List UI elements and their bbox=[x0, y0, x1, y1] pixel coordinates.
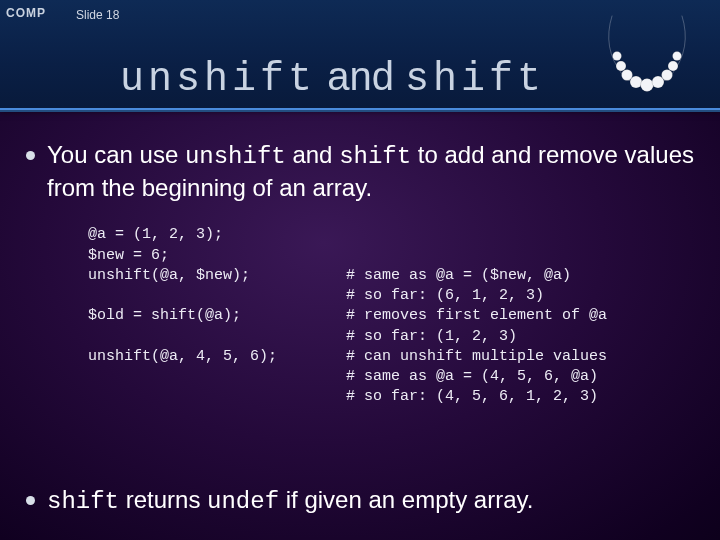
code-column-right: # same as @a = ($new, @a) # so far: (6, … bbox=[346, 225, 694, 407]
bullet1-t0: You can use bbox=[47, 141, 185, 168]
code-column-left: @a = (1, 2, 3); $new = 6; unshift(@a, $n… bbox=[88, 225, 318, 407]
slide: COMP Slide 18 unshift and shift bbox=[0, 0, 720, 540]
logo: COMP bbox=[6, 6, 46, 20]
code-block: @a = (1, 2, 3); $new = 6; unshift(@a, $n… bbox=[88, 225, 694, 407]
svg-point-6 bbox=[668, 61, 678, 71]
title-code-unshift: unshift bbox=[120, 57, 316, 102]
bullet-item: shift returns undef if given an empty ar… bbox=[26, 485, 694, 518]
bullet-text: shift returns undef if given an empty ar… bbox=[47, 485, 533, 518]
bullet2-code-undef: undef bbox=[207, 488, 279, 515]
svg-point-7 bbox=[673, 52, 682, 61]
bullet-item: You can use unshift and shift to add and… bbox=[26, 140, 694, 203]
slide-number: Slide 18 bbox=[76, 8, 119, 22]
bullet2-t1: returns bbox=[119, 486, 207, 513]
slide-body: You can use unshift and shift to add and… bbox=[26, 140, 694, 438]
bullet-icon bbox=[26, 151, 35, 160]
bullet2-t2: if given an empty array. bbox=[279, 486, 533, 513]
svg-point-3 bbox=[641, 79, 654, 92]
svg-point-8 bbox=[613, 52, 622, 61]
bullet-text: You can use unshift and shift to add and… bbox=[47, 140, 694, 203]
necklace-image bbox=[592, 8, 702, 98]
bullet-icon bbox=[26, 496, 35, 505]
title-code-shift: shift bbox=[405, 57, 545, 102]
slide-header: COMP Slide 18 unshift and shift bbox=[0, 0, 720, 110]
bullet1-code-unshift: unshift bbox=[185, 143, 286, 170]
bullet1-t1: and bbox=[286, 141, 339, 168]
title-connector: and bbox=[316, 54, 405, 98]
slide-title: unshift and shift bbox=[120, 54, 545, 102]
bullet1-code-shift: shift bbox=[339, 143, 411, 170]
svg-point-2 bbox=[630, 76, 642, 88]
svg-point-5 bbox=[662, 70, 673, 81]
svg-point-0 bbox=[616, 61, 626, 71]
bullet2-code-shift: shift bbox=[47, 488, 119, 515]
